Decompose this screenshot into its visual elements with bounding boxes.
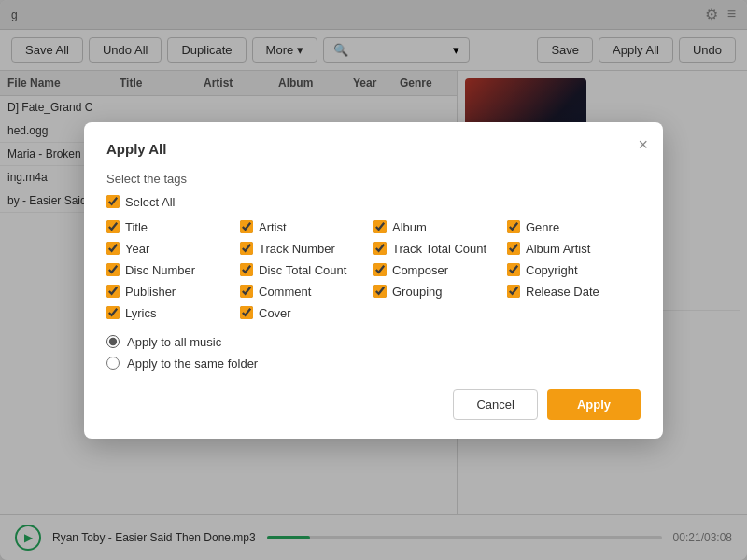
tag-track-number-label: Track Number [259, 242, 335, 256]
tag-artist-item[interactable]: Artist [240, 220, 374, 234]
tag-cover-label: Cover [259, 306, 291, 320]
tag-publisher-item[interactable]: Publisher [106, 285, 240, 299]
tag-lyrics-item[interactable]: Lyrics [106, 306, 240, 320]
tag-album-checkbox[interactable] [374, 220, 387, 233]
tag-track-number-item[interactable]: Track Number [240, 242, 374, 256]
radio-all-music-label: Apply to all music [127, 335, 221, 349]
tag-release-date-item[interactable]: Release Date [507, 285, 641, 299]
tag-composer-checkbox[interactable] [374, 263, 387, 276]
select-all-row: Select All [106, 195, 641, 209]
tag-disc-number-label: Disc Number [125, 263, 195, 277]
tag-copyright-item[interactable]: Copyright [507, 263, 641, 277]
tag-grouping-checkbox[interactable] [374, 285, 387, 298]
tag-genre-item[interactable]: Genre [507, 220, 641, 234]
tag-track-total-label: Track Total Count [392, 242, 486, 256]
tag-grouping-label: Grouping [392, 285, 442, 299]
tag-disc-number-checkbox[interactable] [106, 263, 120, 276]
radio-same-folder-label: Apply to the same folder [127, 357, 258, 371]
radio-all-music-item[interactable]: Apply to all music [106, 335, 641, 349]
modal-title: Apply All [106, 141, 641, 157]
radio-all-music[interactable] [106, 335, 120, 348]
tag-album-artist-checkbox[interactable] [507, 242, 520, 255]
select-all-checkbox-item[interactable]: Select All [106, 195, 641, 209]
tag-comment-label: Comment [259, 285, 311, 299]
apply-scope-radio-group: Apply to all music Apply to the same fol… [106, 335, 641, 371]
tag-lyrics-checkbox[interactable] [106, 306, 120, 319]
tag-cover-item[interactable]: Cover [240, 306, 374, 320]
tag-lyrics-label: Lyrics [125, 306, 156, 320]
tag-album-item[interactable]: Album [374, 220, 507, 234]
select-all-label: Select All [125, 195, 175, 209]
tag-track-number-checkbox[interactable] [240, 242, 253, 255]
modal-footer: Cancel Apply [106, 389, 641, 420]
tag-artist-label: Artist [259, 220, 287, 234]
tags-checkbox-grid: Title Artist Album Genre Year Track Nu [106, 220, 641, 320]
tag-year-label: Year [125, 242, 149, 256]
tag-publisher-label: Publisher [125, 285, 176, 299]
tag-disc-total-label: Disc Total Count [259, 263, 346, 277]
tag-grouping-item[interactable]: Grouping [374, 285, 507, 299]
tag-publisher-checkbox[interactable] [106, 285, 120, 298]
tag-composer-label: Composer [392, 263, 448, 277]
tag-genre-checkbox[interactable] [507, 220, 520, 233]
modal-cancel-button[interactable]: Cancel [453, 389, 537, 420]
tag-release-date-label: Release Date [526, 285, 599, 299]
modal-apply-button[interactable]: Apply [547, 389, 641, 420]
tag-release-date-checkbox[interactable] [507, 285, 520, 298]
tag-album-label: Album [392, 220, 427, 234]
tag-title-checkbox[interactable] [106, 220, 120, 233]
tag-track-total-checkbox[interactable] [374, 242, 387, 255]
tag-track-total-item[interactable]: Track Total Count [374, 242, 507, 256]
radio-same-folder-item[interactable]: Apply to the same folder [106, 357, 641, 371]
tag-artist-checkbox[interactable] [240, 220, 253, 233]
apply-all-modal: Apply All × Select the tags Select All T… [84, 122, 663, 439]
tag-genre-label: Genre [526, 220, 559, 234]
tag-title-item[interactable]: Title [106, 220, 240, 234]
modal-section-label: Select the tags [106, 172, 641, 186]
tag-year-checkbox[interactable] [106, 242, 120, 255]
tag-year-item[interactable]: Year [106, 242, 240, 256]
tag-disc-total-checkbox[interactable] [240, 263, 253, 276]
tag-album-artist-label: Album Artist [526, 242, 590, 256]
tag-comment-checkbox[interactable] [240, 285, 253, 298]
tag-composer-item[interactable]: Composer [374, 263, 507, 277]
tag-copyright-checkbox[interactable] [507, 263, 520, 276]
modal-close-button[interactable]: × [638, 135, 648, 155]
tag-album-artist-item[interactable]: Album Artist [507, 242, 641, 256]
tag-title-label: Title [125, 220, 148, 234]
tag-copyright-label: Copyright [526, 263, 578, 277]
tag-disc-total-item[interactable]: Disc Total Count [240, 263, 374, 277]
tag-disc-number-item[interactable]: Disc Number [106, 263, 240, 277]
modal-overlay: Apply All × Select the tags Select All T… [0, 0, 747, 560]
radio-same-folder[interactable] [106, 357, 120, 370]
tag-cover-checkbox[interactable] [240, 306, 253, 319]
tag-comment-item[interactable]: Comment [240, 285, 374, 299]
select-all-checkbox[interactable] [106, 195, 120, 208]
